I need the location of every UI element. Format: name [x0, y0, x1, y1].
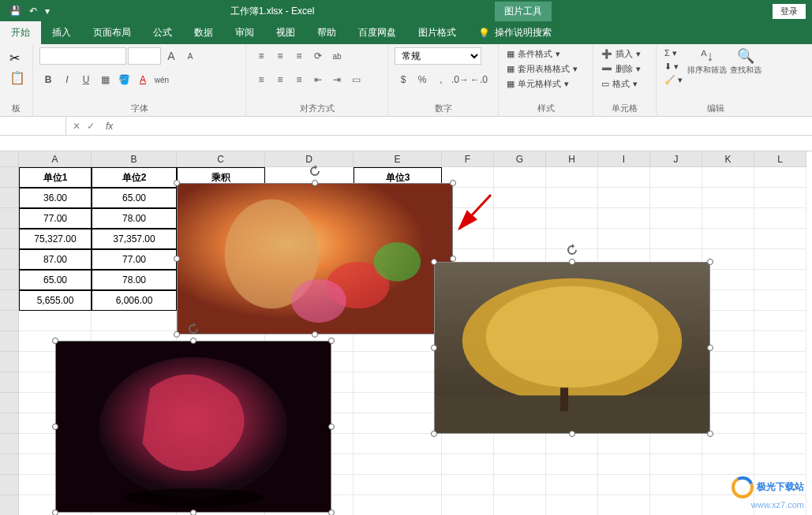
resize-handle[interactable]	[569, 259, 575, 265]
cell[interactable]	[754, 352, 806, 372]
cell[interactable]: 37,357.00	[92, 229, 177, 249]
column-header[interactable]: K	[702, 151, 754, 167]
find-select-button[interactable]: 查找和选	[730, 65, 761, 76]
cell[interactable]	[754, 229, 806, 249]
cell[interactable]	[354, 495, 442, 515]
cell[interactable]	[354, 352, 442, 372]
cell[interactable]	[754, 249, 806, 270]
confirm-formula-icon[interactable]: ✓	[87, 121, 95, 132]
number-format-select[interactable]: 常规	[395, 47, 481, 65]
resize-handle[interactable]	[312, 331, 318, 338]
align-middle-icon[interactable]: ≡	[271, 47, 289, 65]
sort-filter-button[interactable]: 排序和筛选	[687, 65, 727, 76]
rotate-handle-icon[interactable]	[187, 323, 200, 335]
cell[interactable]	[546, 167, 598, 188]
cell[interactable]	[494, 495, 546, 515]
resize-handle[interactable]	[328, 424, 335, 430]
cell[interactable]	[754, 372, 806, 393]
cell[interactable]	[546, 188, 598, 208]
tab-data[interactable]: 数据	[183, 21, 224, 44]
cell[interactable]	[442, 475, 494, 495]
resize-handle[interactable]	[707, 431, 713, 437]
cell[interactable]	[702, 208, 754, 229]
fill-color-button[interactable]: 🪣	[115, 71, 133, 88]
resize-handle[interactable]	[174, 331, 180, 338]
conditional-format-button[interactable]: ▦ 条件格式 ▾	[505, 47, 586, 61]
cell[interactable]	[354, 393, 442, 413]
cell[interactable]: 5,655.00	[19, 290, 92, 311]
cell[interactable]	[494, 229, 546, 249]
resize-handle[interactable]	[312, 180, 318, 186]
row-header[interactable]	[0, 311, 19, 331]
indent-increase-icon[interactable]: ⇥	[328, 71, 346, 88]
italic-button[interactable]: I	[58, 71, 76, 88]
cell[interactable]	[650, 495, 702, 515]
cell[interactable]	[754, 393, 806, 413]
table-format-button[interactable]: ▦ 套用表格格式 ▾	[505, 62, 586, 76]
tell-me[interactable]: 💡 操作说明搜索	[467, 21, 563, 44]
cell[interactable]	[650, 454, 702, 475]
resize-handle[interactable]	[707, 345, 713, 351]
cell[interactable]	[754, 311, 806, 331]
cell[interactable]	[442, 495, 494, 515]
cell[interactable]	[650, 167, 702, 188]
orientation-icon[interactable]: ⟳	[309, 47, 327, 65]
font-family-select[interactable]	[39, 47, 126, 65]
cell[interactable]	[546, 495, 598, 515]
cell[interactable]	[92, 311, 177, 331]
cell[interactable]	[650, 188, 702, 208]
align-right-icon[interactable]: ≡	[290, 71, 308, 88]
cell[interactable]	[354, 454, 442, 475]
cell[interactable]	[546, 208, 598, 229]
row-header[interactable]	[0, 372, 19, 393]
increase-decimal-icon[interactable]: .0→	[451, 71, 469, 88]
cell[interactable]	[650, 229, 702, 249]
cell[interactable]	[598, 229, 650, 249]
align-center-icon[interactable]: ≡	[271, 71, 289, 88]
column-header[interactable]: I	[598, 151, 650, 167]
decrease-decimal-icon[interactable]: ←.0	[470, 71, 488, 88]
cell[interactable]: 77.00	[19, 208, 92, 229]
currency-icon[interactable]: $	[395, 71, 412, 88]
resize-handle[interactable]	[707, 259, 713, 265]
cell[interactable]	[754, 413, 806, 434]
resize-handle[interactable]	[569, 431, 575, 437]
inserted-image-3[interactable]	[55, 341, 331, 513]
cell[interactable]	[494, 167, 546, 188]
cell[interactable]: 36.00	[19, 188, 92, 208]
cell[interactable]	[702, 454, 754, 475]
find-select-icon[interactable]: 🔍	[737, 47, 754, 65]
resize-handle[interactable]	[190, 338, 196, 344]
row-header[interactable]	[0, 208, 19, 229]
column-header[interactable]: A	[19, 151, 92, 167]
column-header[interactable]: F	[442, 151, 494, 167]
cell[interactable]	[754, 208, 806, 229]
resize-handle[interactable]	[52, 509, 58, 515]
name-box[interactable]	[0, 117, 66, 135]
merge-button[interactable]: ▭	[347, 71, 365, 88]
row-header[interactable]	[0, 495, 19, 515]
cell[interactable]: 87.00	[19, 249, 92, 270]
clear-button[interactable]: 🧹 ▾	[663, 74, 684, 86]
row-header[interactable]	[0, 188, 19, 208]
spreadsheet-grid[interactable]: ABCDEFGHIJKL 单位1单位2乘积单位336.0065.002,340.…	[0, 151, 812, 515]
font-size-select[interactable]	[128, 47, 161, 65]
cell[interactable]	[650, 475, 702, 495]
rotate-handle-icon[interactable]	[309, 165, 321, 177]
cell[interactable]	[702, 229, 754, 249]
resize-handle[interactable]	[328, 509, 335, 515]
cell[interactable]: 77.00	[92, 249, 177, 270]
row-header[interactable]	[0, 270, 19, 290]
column-header[interactable]: H	[546, 151, 598, 167]
row-header[interactable]	[0, 229, 19, 249]
cell[interactable]	[354, 372, 442, 393]
resize-handle[interactable]	[174, 180, 180, 186]
cell[interactable]: 6,006.00	[92, 290, 177, 311]
copy-icon[interactable]: 📋	[9, 70, 25, 85]
cell[interactable]	[494, 475, 546, 495]
align-top-icon[interactable]: ≡	[253, 47, 270, 65]
column-header[interactable]: C	[177, 151, 265, 167]
select-all-corner[interactable]	[0, 151, 19, 167]
resize-handle[interactable]	[328, 338, 335, 344]
cell[interactable]: 78.00	[92, 270, 177, 290]
